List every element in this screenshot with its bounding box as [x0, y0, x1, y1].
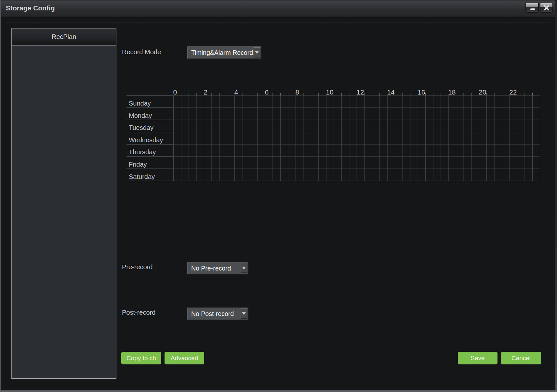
svg-text:20: 20 — [479, 88, 486, 96]
svg-text:10: 10 — [326, 88, 333, 96]
svg-text:6: 6 — [265, 88, 269, 96]
svg-text:Saturday: Saturday — [129, 173, 155, 180]
svg-text:16: 16 — [418, 88, 425, 96]
svg-text:0: 0 — [173, 88, 177, 96]
svg-text:18: 18 — [448, 88, 456, 96]
svg-text:Monday: Monday — [129, 112, 152, 119]
svg-text:Friday: Friday — [129, 161, 147, 168]
svg-text:2: 2 — [204, 88, 207, 96]
svg-text:Thursday: Thursday — [129, 148, 156, 156]
svg-text:Tuesday: Tuesday — [129, 124, 153, 131]
svg-text:12: 12 — [356, 88, 364, 96]
svg-text:Wednesday: Wednesday — [129, 136, 163, 144]
svg-text:Sunday: Sunday — [129, 100, 151, 107]
svg-text:4: 4 — [234, 88, 238, 96]
svg-text:14: 14 — [387, 88, 395, 96]
svg-text:22: 22 — [509, 88, 517, 96]
svg-text:8: 8 — [295, 88, 299, 96]
